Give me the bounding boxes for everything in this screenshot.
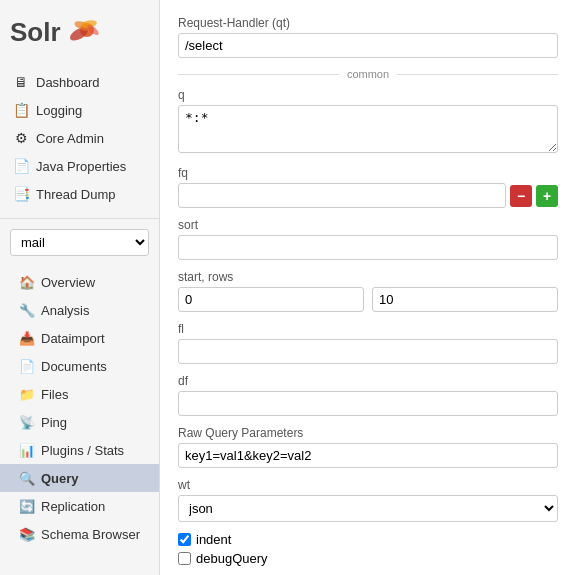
fq-label: fq: [178, 166, 558, 180]
subnav: 🏠 Overview 🔧 Analysis 📥 Dataimport 📄 Doc…: [0, 262, 159, 554]
raw-query-label: Raw Query Parameters: [178, 426, 558, 440]
df-label: df: [178, 374, 558, 388]
subnav-item-replication-label: Replication: [41, 499, 105, 514]
query-icon: 🔍: [18, 469, 36, 487]
raw-query-group: Raw Query Parameters: [178, 426, 558, 468]
sidebar-item-core-admin-label: Core Admin: [36, 131, 104, 146]
logging-icon: 📋: [12, 101, 30, 119]
fq-input[interactable]: [178, 183, 506, 208]
core-selector-area: mail core1 core2: [0, 223, 159, 262]
subnav-item-query[interactable]: 🔍 Query: [0, 464, 159, 492]
subnav-item-ping-label: Ping: [41, 415, 67, 430]
subnav-item-plugins-stats-label: Plugins / Stats: [41, 443, 124, 458]
handler-input[interactable]: [178, 33, 558, 58]
rows-input[interactable]: [372, 287, 558, 312]
analysis-icon: 🔧: [18, 301, 36, 319]
files-icon: 📁: [18, 385, 36, 403]
sidebar-item-thread-dump[interactable]: 📑 Thread Dump: [0, 180, 159, 208]
subnav-item-overview[interactable]: 🏠 Overview: [0, 268, 159, 296]
q-label: q: [178, 88, 558, 102]
debug-query-label: debugQuery: [196, 551, 268, 566]
df-input[interactable]: [178, 391, 558, 416]
start-rows-group: start, rows: [178, 270, 558, 312]
sidebar-item-dashboard[interactable]: 🖥 Dashboard: [0, 68, 159, 96]
subnav-item-schema-browser-label: Schema Browser: [41, 527, 140, 542]
sidebar-item-logging[interactable]: 📋 Logging: [0, 96, 159, 124]
fq-remove-button[interactable]: −: [510, 185, 532, 207]
subnav-item-documents-label: Documents: [41, 359, 107, 374]
subnav-item-query-label: Query: [41, 471, 79, 486]
replication-icon: 🔄: [18, 497, 36, 515]
subnav-item-schema-browser[interactable]: 📚 Schema Browser: [0, 520, 159, 548]
subnav-item-replication[interactable]: 🔄 Replication: [0, 492, 159, 520]
overview-icon: 🏠: [18, 273, 36, 291]
df-group: df: [178, 374, 558, 416]
main-nav: 🖥 Dashboard 📋 Logging ⚙ Core Admin 📄 Jav…: [0, 62, 159, 214]
q-textarea[interactable]: *:*: [178, 105, 558, 153]
sort-input[interactable]: [178, 235, 558, 260]
subnav-item-documents[interactable]: 📄 Documents: [0, 352, 159, 380]
debug-query-checkbox[interactable]: [178, 552, 191, 565]
dataimport-icon: 📥: [18, 329, 36, 347]
indent-checkbox[interactable]: [178, 533, 191, 546]
common-label: common: [339, 68, 397, 80]
debug-query-row: debugQuery: [178, 551, 558, 566]
sidebar-item-dashboard-label: Dashboard: [36, 75, 100, 90]
checkboxes-group: indent debugQuery: [178, 532, 558, 566]
ping-icon: 📡: [18, 413, 36, 431]
handler-group: Request-Handler (qt): [178, 16, 558, 58]
subnav-item-overview-label: Overview: [41, 275, 95, 290]
wt-label: wt: [178, 478, 558, 492]
subnav-item-ping[interactable]: 📡 Ping: [0, 408, 159, 436]
raw-query-input[interactable]: [178, 443, 558, 468]
fq-group: fq − +: [178, 166, 558, 208]
java-properties-icon: 📄: [12, 157, 30, 175]
sidebar-item-thread-dump-label: Thread Dump: [36, 187, 115, 202]
main-content: Request-Handler (qt) common q *:* fq − +…: [160, 0, 576, 575]
sort-group: sort: [178, 218, 558, 260]
logo-area: Solr: [0, 0, 159, 62]
sidebar-item-java-properties[interactable]: 📄 Java Properties: [0, 152, 159, 180]
sidebar-divider: [0, 218, 159, 219]
core-select[interactable]: mail core1 core2: [10, 229, 149, 256]
subnav-item-plugins-stats[interactable]: 📊 Plugins / Stats: [0, 436, 159, 464]
wt-select[interactable]: json xml python ruby php csv: [178, 495, 558, 522]
thread-dump-icon: 📑: [12, 185, 30, 203]
sidebar-item-logging-label: Logging: [36, 103, 82, 118]
indent-row: indent: [178, 532, 558, 547]
subnav-item-files[interactable]: 📁 Files: [0, 380, 159, 408]
sidebar-item-core-admin[interactable]: ⚙ Core Admin: [0, 124, 159, 152]
subnav-item-analysis-label: Analysis: [41, 303, 89, 318]
plugins-stats-icon: 📊: [18, 441, 36, 459]
fq-add-button[interactable]: +: [536, 185, 558, 207]
subnav-item-dataimport[interactable]: 📥 Dataimport: [0, 324, 159, 352]
logo-text: Solr: [10, 17, 61, 48]
sidebar: Solr 🖥 Dashboard 📋 Logging ⚙ Core Admin …: [0, 0, 160, 575]
subnav-item-files-label: Files: [41, 387, 68, 402]
fl-group: fl: [178, 322, 558, 364]
dashboard-icon: 🖥: [12, 73, 30, 91]
common-divider: common: [178, 68, 558, 80]
indent-label: indent: [196, 532, 231, 547]
subnav-item-analysis[interactable]: 🔧 Analysis: [0, 296, 159, 324]
fl-label: fl: [178, 322, 558, 336]
start-input[interactable]: [178, 287, 364, 312]
fl-input[interactable]: [178, 339, 558, 364]
start-rows-label: start, rows: [178, 270, 558, 284]
q-group: q *:*: [178, 88, 558, 156]
sidebar-item-java-properties-label: Java Properties: [36, 159, 126, 174]
solr-logo-icon: [65, 12, 105, 52]
handler-label: Request-Handler (qt): [178, 16, 558, 30]
sort-label: sort: [178, 218, 558, 232]
documents-icon: 📄: [18, 357, 36, 375]
fq-row: − +: [178, 183, 558, 208]
start-rows-inputs: [178, 287, 558, 312]
wt-group: wt json xml python ruby php csv: [178, 478, 558, 522]
schema-browser-icon: 📚: [18, 525, 36, 543]
subnav-item-dataimport-label: Dataimport: [41, 331, 105, 346]
core-admin-icon: ⚙: [12, 129, 30, 147]
